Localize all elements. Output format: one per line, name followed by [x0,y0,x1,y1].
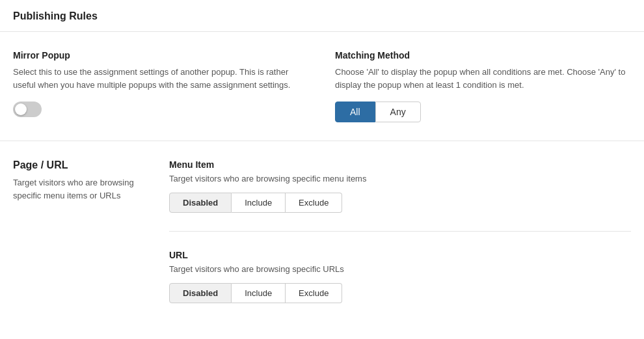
mirror-popup-label: Mirror Popup [13,50,309,61]
mirror-popup-toggle[interactable] [13,102,42,117]
mirror-popup-toggle-wrapper [13,102,309,117]
url-rule-label: URL [169,250,631,260]
menu-item-rule-block: Menu Item Target visitors who are browsi… [169,159,631,232]
toggle-knob [15,103,27,115]
page-url-desc: Target visitors who are browsing specifi… [13,176,156,202]
menu-item-disabled-button[interactable]: Disabled [169,193,232,213]
menu-item-rule-desc: Target visitors who are browsing specifi… [169,174,631,183]
url-exclude-button[interactable]: Exclude [286,283,342,303]
url-include-button[interactable]: Include [232,283,286,303]
match-any-button[interactable]: Any [375,102,421,122]
matching-method-desc: Choose 'All' to display the popup when a… [335,66,631,91]
mirror-popup-desc: Select this to use the assignment settin… [13,66,309,91]
menu-item-rule-buttons: Disabled Include Exclude [169,193,631,213]
page-url-left: Page / URL Target visitors who are brows… [13,159,169,303]
url-rule-desc: Target visitors who are browsing specifi… [169,264,631,274]
page-title: Publishing Rules [13,10,98,21]
bottom-section: Page / URL Target visitors who are brows… [0,141,644,321]
menu-item-rule-label: Menu Item [169,159,631,170]
url-rule-buttons: Disabled Include Exclude [169,283,631,303]
page-header: Publishing Rules [0,0,644,32]
menu-item-include-button[interactable]: Include [232,193,286,213]
match-all-button[interactable]: All [335,102,375,122]
top-section: Mirror Popup Select this to use the assi… [0,32,644,141]
rules-container: Menu Item Target visitors who are browsi… [169,159,631,303]
page-url-title: Page / URL [13,159,156,171]
url-disabled-button[interactable]: Disabled [169,283,232,303]
matching-method-section: Matching Method Choose 'All' to display … [335,50,631,122]
matching-method-buttons: All Any [335,102,631,122]
mirror-popup-section: Mirror Popup Select this to use the assi… [13,50,309,122]
menu-item-exclude-button[interactable]: Exclude [286,193,342,213]
url-rule-block: URL Target visitors who are browsing spe… [169,250,631,303]
matching-method-label: Matching Method [335,50,631,61]
